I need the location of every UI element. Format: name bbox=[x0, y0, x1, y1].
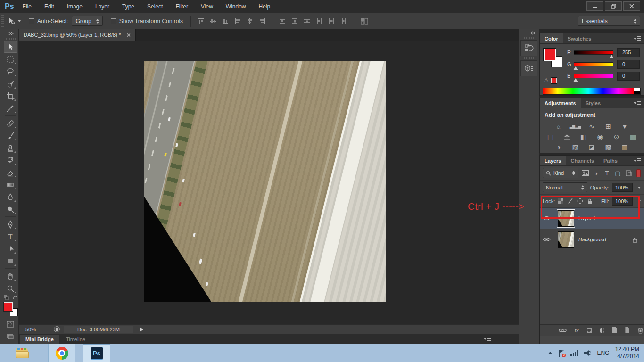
tab-paths[interactable]: Paths bbox=[599, 156, 622, 165]
network-signal-icon[interactable] bbox=[570, 350, 578, 356]
curves-icon[interactable]: ∿ bbox=[586, 123, 597, 131]
expand-panels-icon[interactable] bbox=[519, 29, 539, 36]
show-hidden-icons-button[interactable] bbox=[548, 352, 553, 354]
add-layer-mask-icon[interactable] bbox=[587, 328, 592, 333]
taskbar-chrome-button[interactable] bbox=[48, 344, 75, 362]
brightness-contrast-icon[interactable]: ☼ bbox=[553, 123, 564, 131]
taskbar-file-explorer-button[interactable] bbox=[8, 344, 36, 362]
clone-stamp-tool[interactable] bbox=[4, 142, 17, 154]
delete-layer-icon[interactable] bbox=[637, 327, 644, 334]
quick-selection-tool[interactable] bbox=[4, 78, 17, 90]
document-tab[interactable]: DABC_32.bmp @ 50% (Layer 1, RGB/8) * bbox=[19, 29, 136, 41]
align-left-edges-icon[interactable] bbox=[234, 17, 241, 25]
new-adjustment-layer-icon[interactable] bbox=[600, 328, 604, 333]
distribute-horizontal-centers-icon[interactable] bbox=[328, 17, 335, 25]
red-value-field[interactable]: 255 bbox=[617, 48, 640, 57]
slider-handle[interactable] bbox=[573, 66, 578, 70]
photo-filter-icon[interactable]: ◉ bbox=[595, 133, 605, 141]
panel-menu-icon[interactable] bbox=[634, 36, 641, 41]
menu-view[interactable]: View bbox=[201, 3, 213, 10]
panel-menu-icon[interactable] bbox=[634, 101, 641, 106]
menu-edit[interactable]: Edit bbox=[44, 3, 54, 10]
path-selection-tool[interactable] bbox=[4, 243, 17, 255]
quick-mask-mode-button[interactable] bbox=[4, 318, 17, 330]
canvas-pasteboard[interactable] bbox=[19, 41, 519, 324]
layer-style-icon[interactable]: fx bbox=[575, 328, 579, 333]
closest-web-color-swatch[interactable] bbox=[551, 78, 557, 83]
eyedropper-tool[interactable] bbox=[4, 102, 17, 114]
color-lookup-icon[interactable]: ▦ bbox=[628, 133, 638, 141]
posterize-icon[interactable]: ▨ bbox=[570, 143, 580, 151]
auto-align-layers-icon[interactable] bbox=[360, 17, 369, 25]
filter-shape-layers-icon[interactable]: ▢ bbox=[614, 169, 622, 177]
brush-tool[interactable] bbox=[4, 130, 17, 141]
show-transform-controls-checkbox[interactable] bbox=[111, 18, 116, 24]
layer-filtering-toggle[interactable] bbox=[636, 169, 641, 177]
minimize-button[interactable] bbox=[586, 1, 603, 11]
dodge-tool[interactable] bbox=[4, 203, 17, 215]
blend-mode-dropdown[interactable]: Normal bbox=[543, 182, 587, 192]
toolbox-collapse-button[interactable] bbox=[3, 30, 18, 37]
color-spectrum-ramp[interactable] bbox=[543, 88, 641, 95]
screen-mode-button[interactable] bbox=[4, 330, 17, 342]
blue-slider[interactable] bbox=[574, 74, 613, 78]
filter-kind-dropdown[interactable]: Kind bbox=[543, 168, 578, 178]
tab-styles[interactable]: Styles bbox=[581, 98, 605, 108]
tool-preset-caret-icon[interactable] bbox=[18, 20, 21, 22]
gradient-tool[interactable] bbox=[4, 179, 17, 190]
auto-select-checkbox[interactable] bbox=[29, 18, 34, 24]
filter-pixel-layers-icon[interactable] bbox=[581, 169, 589, 177]
opacity-field[interactable]: 100% bbox=[612, 183, 633, 192]
layer-thumbnail[interactable] bbox=[558, 231, 574, 248]
tab-timeline[interactable]: Timeline bbox=[60, 335, 91, 344]
vibrance-icon[interactable]: ▼ bbox=[619, 123, 630, 131]
panel-menu-icon[interactable] bbox=[634, 158, 641, 163]
red-slider[interactable] bbox=[574, 50, 613, 55]
language-indicator[interactable]: ENG bbox=[597, 350, 610, 356]
filter-type-layers-icon[interactable]: T bbox=[603, 169, 611, 177]
rectangle-shape-tool[interactable] bbox=[4, 255, 17, 267]
eraser-tool[interactable] bbox=[4, 166, 17, 178]
zoom-tool[interactable] bbox=[4, 282, 17, 294]
tab-swatches[interactable]: Swatches bbox=[563, 33, 596, 43]
distribute-vertical-centers-icon[interactable] bbox=[291, 17, 298, 25]
restore-button[interactable] bbox=[605, 1, 622, 11]
align-bottom-edges-icon[interactable] bbox=[222, 17, 229, 25]
tab-channels[interactable]: Channels bbox=[566, 156, 599, 165]
volume-icon[interactable] bbox=[584, 350, 592, 356]
menu-type[interactable]: Type bbox=[122, 3, 134, 10]
link-layers-icon[interactable] bbox=[559, 328, 567, 333]
foreground-color-swatch[interactable] bbox=[4, 302, 13, 311]
threshold-icon[interactable]: ◪ bbox=[586, 143, 597, 151]
hand-tool[interactable] bbox=[4, 270, 17, 282]
hue-saturation-icon[interactable]: ▤ bbox=[545, 133, 556, 141]
menu-window[interactable]: Window bbox=[226, 3, 246, 10]
slider-handle[interactable] bbox=[609, 55, 614, 58]
filter-adjustment-layers-icon[interactable]: ◑ bbox=[592, 169, 600, 177]
distribute-right-edges-icon[interactable] bbox=[340, 17, 347, 25]
pen-tool[interactable] bbox=[4, 218, 17, 230]
close-button[interactable] bbox=[623, 1, 640, 11]
opacity-caret-icon[interactable] bbox=[638, 187, 641, 189]
action-center-flag-icon[interactable]: ✕ bbox=[558, 350, 565, 357]
align-right-edges-icon[interactable] bbox=[258, 17, 266, 25]
distribute-bottom-edges-icon[interactable] bbox=[303, 17, 311, 25]
channel-mixer-icon[interactable]: ⊙ bbox=[611, 133, 622, 141]
properties-panel-button[interactable] bbox=[520, 60, 537, 76]
visibility-cell[interactable] bbox=[540, 229, 553, 250]
gamut-warning-icon[interactable]: ⚠ bbox=[544, 77, 549, 84]
layer-row-background[interactable]: Background bbox=[540, 229, 644, 250]
menu-help[interactable]: Help bbox=[259, 3, 271, 10]
spot-healing-brush-tool[interactable] bbox=[4, 117, 17, 129]
menu-select[interactable]: Select bbox=[147, 3, 163, 10]
invert-icon[interactable]: ◑ bbox=[553, 143, 564, 151]
close-tab-icon[interactable] bbox=[126, 33, 131, 37]
type-tool[interactable]: T bbox=[4, 230, 17, 242]
document-size-field[interactable]: Doc: 3.00M/6.23M bbox=[64, 326, 133, 333]
green-value-field[interactable]: 0 bbox=[617, 60, 640, 69]
gradient-map-icon[interactable]: ▩ bbox=[603, 143, 613, 151]
default-colors-icon[interactable] bbox=[4, 295, 9, 300]
zoom-level-field[interactable]: 50% bbox=[25, 327, 50, 332]
history-brush-tool[interactable] bbox=[4, 154, 17, 166]
levels-icon[interactable]: ▃▆▂▅ bbox=[570, 123, 580, 131]
